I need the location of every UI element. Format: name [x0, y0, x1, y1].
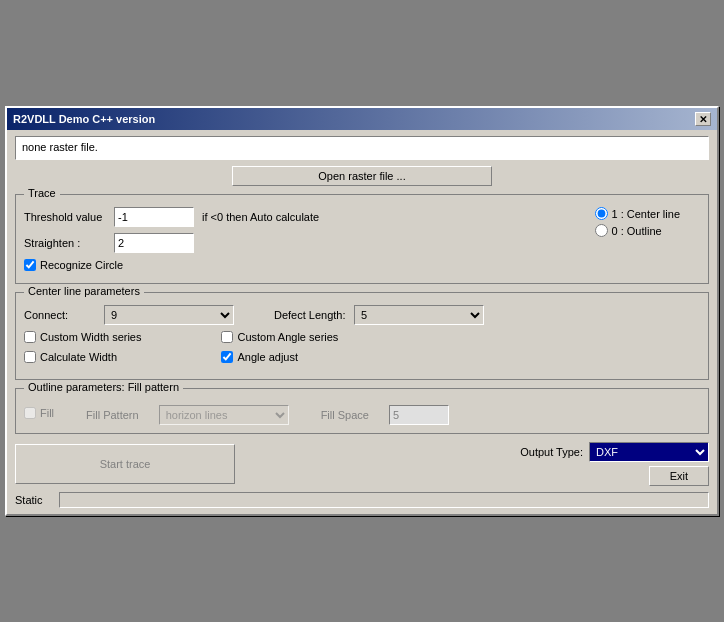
defect-length-label: Defect Length:	[274, 309, 354, 321]
defect-length-select[interactable]: 5 3 7 10	[354, 305, 484, 325]
recognize-circle-label: Recognize Circle	[40, 259, 123, 271]
right-checkboxes: Custom Angle series Angle adjust	[221, 331, 338, 367]
straighten-label: Straighten :	[24, 237, 114, 249]
threshold-hint: if <0 then Auto calculate	[202, 211, 319, 223]
threshold-input[interactable]	[114, 207, 194, 227]
custom-angle-row: Custom Angle series	[221, 331, 338, 343]
threshold-label: Threshold value	[24, 211, 114, 223]
output-type-label: Output Type:	[520, 446, 583, 458]
angle-adjust-checkbox[interactable]	[221, 351, 233, 363]
bottom-right: Output Type: DXF DWG BMP SVG Exit	[520, 442, 709, 486]
start-trace-button[interactable]: Start trace	[15, 444, 235, 484]
connect-label: Connect:	[24, 309, 104, 321]
bottom-left: Start trace	[15, 444, 235, 484]
center-line-radio[interactable]	[595, 207, 608, 220]
angle-adjust-label: Angle adjust	[237, 351, 298, 363]
outline-group-label: Outline parameters: Fill pattern	[24, 381, 183, 393]
center-line-radio-row: 1 : Center line	[595, 207, 680, 220]
straighten-row: Straighten :	[24, 233, 587, 253]
main-window: R2VDLL Demo C++ version ✕ none raster fi…	[5, 106, 719, 516]
output-type-select[interactable]: DXF DWG BMP SVG	[589, 442, 709, 462]
outline-radio[interactable]	[595, 224, 608, 237]
status-field	[59, 492, 709, 508]
connect-defect-row: Connect: 9 5 7 11 Defect Length: 5 3 7 1…	[24, 305, 700, 325]
fill-space-input	[389, 405, 449, 425]
fill-checkbox-row: Fill	[24, 407, 54, 419]
raster-display: none raster file.	[15, 136, 709, 160]
straighten-input[interactable]	[114, 233, 194, 253]
fill-checkbox	[24, 407, 36, 419]
open-raster-button[interactable]: Open raster file ...	[232, 166, 492, 186]
calculate-width-label: Calculate Width	[40, 351, 117, 363]
outline-label: 0 : Outline	[612, 225, 662, 237]
window-title: R2VDLL Demo C++ version	[13, 113, 155, 125]
custom-width-checkbox[interactable]	[24, 331, 36, 343]
trace-group: Trace Threshold value if <0 then Auto ca…	[15, 194, 709, 284]
output-type-row: Output Type: DXF DWG BMP SVG	[520, 442, 709, 462]
status-label: Static	[15, 494, 55, 506]
exit-button[interactable]: Exit	[649, 466, 709, 486]
outline-row: Fill Fill Pattern horizon lines vertical…	[24, 405, 700, 425]
outline-radio-row: 0 : Outline	[595, 224, 680, 237]
fill-pattern-select: horizon lines vertical lines cross hatch	[159, 405, 289, 425]
center-line-group: Center line parameters Connect: 9 5 7 11…	[15, 292, 709, 380]
title-bar: R2VDLL Demo C++ version ✕	[7, 108, 717, 130]
center-line-content: Connect: 9 5 7 11 Defect Length: 5 3 7 1…	[24, 305, 700, 367]
bottom-area: Start trace Output Type: DXF DWG BMP SVG…	[15, 442, 709, 486]
trace-row: Threshold value if <0 then Auto calculat…	[24, 207, 700, 275]
custom-angle-label: Custom Angle series	[237, 331, 338, 343]
calculate-width-checkbox[interactable]	[24, 351, 36, 363]
status-bar: Static	[15, 492, 709, 508]
close-button[interactable]: ✕	[695, 112, 711, 126]
calculate-width-row: Calculate Width	[24, 351, 141, 363]
angle-adjust-row: Angle adjust	[221, 351, 338, 363]
radio-group: 1 : Center line 0 : Outline	[595, 207, 680, 241]
trace-group-label: Trace	[24, 187, 60, 199]
center-line-label: 1 : Center line	[612, 208, 680, 220]
trace-group-content: Threshold value if <0 then Auto calculat…	[24, 207, 700, 275]
connect-select[interactable]: 9 5 7 11	[104, 305, 234, 325]
checkboxes-row: Custom Width series Calculate Width Cust…	[24, 331, 700, 367]
fill-pattern-label: Fill Pattern	[86, 409, 139, 421]
fill-space-label: Fill Space	[321, 409, 369, 421]
window-body: none raster file. Open raster file ... T…	[7, 130, 717, 514]
custom-angle-checkbox[interactable]	[221, 331, 233, 343]
trace-left: Threshold value if <0 then Auto calculat…	[24, 207, 587, 275]
center-line-group-label: Center line parameters	[24, 285, 144, 297]
recognize-circle-checkbox[interactable]	[24, 259, 36, 271]
custom-width-label: Custom Width series	[40, 331, 141, 343]
outline-group: Outline parameters: Fill pattern Fill Fi…	[15, 388, 709, 434]
threshold-row: Threshold value if <0 then Auto calculat…	[24, 207, 587, 227]
left-checkboxes: Custom Width series Calculate Width	[24, 331, 141, 367]
fill-label: Fill	[40, 407, 54, 419]
recognize-circle-row: Recognize Circle	[24, 259, 587, 271]
custom-width-row: Custom Width series	[24, 331, 141, 343]
